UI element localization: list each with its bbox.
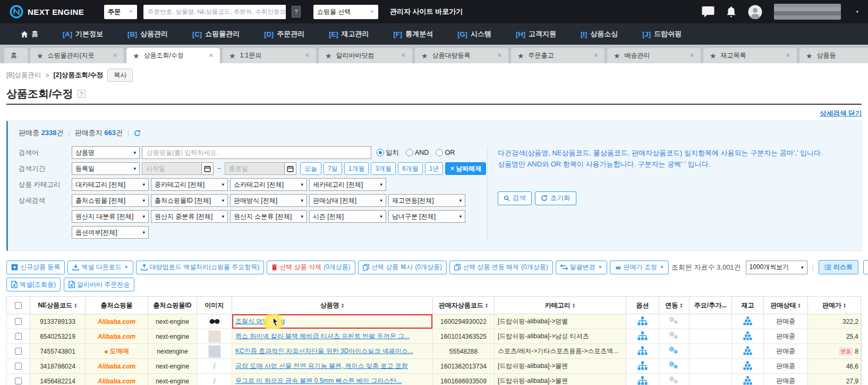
detail-select-3-1[interactable]: 옵션여부[전체]▾ [72, 226, 149, 239]
col-header-price[interactable]: 판매가 [808, 297, 861, 314]
end-calendar-button[interactable] [284, 162, 296, 175]
star-icon[interactable]: ★ [710, 52, 717, 60]
product-name-link[interactable]: 조절식 덤벨 40kg [235, 317, 285, 325]
nav-item-home[interactable]: 홈 [8, 23, 50, 45]
option-tree-icon[interactable] [637, 331, 648, 340]
tab-close-icon[interactable]: ✕ [593, 52, 598, 59]
detail-select-2-2[interactable]: 원산지 중분류 [전체]▾ [151, 210, 228, 223]
action-button-7[interactable]: 일괄변경▼ [556, 261, 607, 274]
breadcrumb-section[interactable]: [B]상품관리 [6, 71, 41, 80]
sync-gears-icon[interactable] [669, 316, 679, 325]
radio-AND[interactable]: AND [406, 149, 429, 156]
col-header-code[interactable]: NE상품코드 [30, 297, 86, 314]
tab-close-icon[interactable]: ✕ [786, 52, 790, 59]
col-header-seller_code[interactable]: 판매자상품코드 [433, 297, 495, 314]
keyword-type-select[interactable]: 상품명▾ [72, 146, 140, 159]
period-6개월-button[interactable]: 6개월 [398, 162, 423, 175]
nav-item-j[interactable]: [J]드랍쉬핑 [630, 23, 694, 45]
end-date-input[interactable]: 종료일 [225, 162, 284, 175]
search-help-button[interactable]: ? [292, 6, 301, 18]
star-icon[interactable]: ★ [133, 52, 140, 60]
tab-close-icon[interactable]: ✕ [401, 52, 406, 59]
admin-site-link[interactable]: 관리자 사이트 바로가기 [390, 7, 463, 16]
global-search-scope-select[interactable]: 주문 ▼ [104, 5, 137, 19]
page-size-select[interactable]: 1000개씩보기 ▾ [746, 261, 807, 274]
action-button-8[interactable]: ₩판매가 조정▼ [610, 261, 669, 274]
copy-button[interactable]: 복사 [107, 69, 133, 82]
global-search-input[interactable]: 주문번호, 상품명, NE상품코드, 주문자, 수취인등으로 검 [143, 5, 286, 19]
tab-close-icon[interactable]: ✕ [113, 52, 117, 59]
period-type-select[interactable]: 등록일▾ [72, 162, 140, 175]
stock-icon[interactable] [743, 361, 752, 370]
action-button-5[interactable]: 선택 상품 복사(0개상품) [358, 261, 447, 274]
star-icon[interactable]: ★ [421, 52, 428, 60]
row-checkbox[interactable] [15, 318, 22, 325]
col-header-category[interactable]: 카테고리 [495, 297, 626, 314]
mall-select[interactable]: 쇼핑몰 선택 ▼ [313, 5, 378, 19]
period-1년-button[interactable]: 1년 [425, 162, 444, 175]
option-tree-icon[interactable] [637, 361, 648, 370]
star-icon[interactable]: ★ [325, 52, 332, 60]
detail-select-2-1[interactable]: 원산지 대분류 [전체]▾ [72, 210, 149, 223]
tab-3[interactable]: ★1:1문의✕ [223, 48, 316, 63]
tab-close-icon[interactable]: ✕ [305, 52, 310, 59]
tab-9[interactable]: ★상품등✕ [799, 48, 868, 63]
refresh-counts-icon[interactable] [134, 130, 141, 137]
nav-item-f[interactable]: [F]통계분석 [381, 23, 446, 45]
detail-select-1-4[interactable]: 판매상태 [전체]▾ [309, 194, 386, 207]
stock-icon[interactable] [743, 316, 752, 325]
option-tree-icon[interactable] [637, 346, 648, 355]
category-select-1[interactable]: 대카테고리 [전체]▾ [72, 178, 149, 191]
row-checkbox[interactable] [15, 333, 22, 340]
action-button-4[interactable]: 선택 상품 삭제(0개상품) [267, 261, 355, 274]
detail-select-1-2[interactable]: 출처쇼핑몰ID [전체]▾ [151, 194, 228, 207]
col-header-sync[interactable]: 연동 [659, 297, 690, 314]
star-icon[interactable]: ★ [37, 52, 44, 60]
nav-item-d[interactable]: [D]주문관리 [252, 23, 317, 45]
row-checkbox[interactable] [15, 378, 22, 384]
stock-icon[interactable] [743, 376, 752, 385]
tab-close-icon[interactable]: ✕ [497, 52, 502, 59]
vertical-scrollbar[interactable] [861, 314, 862, 385]
action-button-6[interactable]: 선택 상품 연동 해제(0개상품) [449, 261, 553, 274]
radio-일치[interactable]: 일치 [377, 148, 399, 157]
keyword-input[interactable]: 상품명을(를) 입력하세요. [142, 146, 371, 159]
nav-item-g[interactable]: [G]시스템 [445, 23, 504, 45]
star-icon[interactable]: ★ [517, 52, 524, 60]
period-1개월-button[interactable]: 1개월 [344, 162, 369, 175]
nav-item-a[interactable]: [A]기본정보 [50, 23, 115, 45]
avatar[interactable] [748, 5, 762, 19]
tab-home[interactable]: 홈 [4, 48, 28, 63]
account-menu-caret-icon[interactable]: ▾ [856, 9, 858, 14]
category-select-3[interactable]: 소카테고리 [전체]▾ [230, 178, 307, 191]
detail-select-1-3[interactable]: 판매방식 [전체]▾ [230, 194, 307, 207]
detail-select-2-3[interactable]: 원산지 소분류 [전체]▾ [230, 210, 307, 223]
action-button-2[interactable]: 엑셀 다운로드▼ [67, 261, 133, 274]
product-name-link[interactable]: 퀵쇼 하이넥 칼라 블랙 헤비급 티셔츠 프린트 반팔 두꺼운 그... [235, 332, 410, 340]
star-icon[interactable]: ★ [806, 52, 813, 60]
detail-select-2-4[interactable]: 시즌 [전체]▾ [309, 210, 386, 223]
start-calendar-button[interactable] [201, 162, 214, 175]
product-name-link[interactable]: 공장 도매 사업 선물 천연 유기농 볼펜, 케이스 맞춤 로고 포함 [235, 362, 408, 370]
tab-close-icon[interactable]: ✕ [209, 52, 214, 59]
row-checkbox[interactable] [15, 348, 22, 355]
detail-search-close-link[interactable]: 상세검색 닫기 [820, 110, 862, 117]
tab-1[interactable]: ★쇼핑몰관리(지읏✕ [30, 48, 124, 63]
bell-icon[interactable] [726, 6, 736, 18]
tab-8[interactable]: ★재고목록✕ [703, 48, 797, 63]
radio-OR[interactable]: OR [436, 149, 455, 156]
nav-item-i[interactable]: [I]상품소싱 [568, 23, 630, 45]
action-button-1[interactable]: 신규상품 등록 [6, 261, 65, 274]
category-select-2[interactable]: 중카테고리 [전체]▾ [151, 178, 228, 191]
tab-2[interactable]: ★상품조회/수정✕ [126, 48, 220, 63]
next-engine-logo[interactable]: NEXT ENGINE [10, 5, 99, 19]
account-name-redacted[interactable] [774, 4, 841, 20]
chat-icon[interactable] [702, 6, 714, 18]
period-오늘-button[interactable]: 오늘 [300, 162, 321, 175]
page-help-button[interactable]: ? [78, 90, 86, 98]
view-list-button[interactable]: 리스트 [819, 260, 858, 274]
option-tree-icon[interactable] [637, 376, 648, 385]
nav-item-e[interactable]: [E]재고관리 [317, 23, 381, 45]
stock-icon[interactable] [743, 346, 752, 355]
period-3개월-button[interactable]: 3개월 [371, 162, 396, 175]
